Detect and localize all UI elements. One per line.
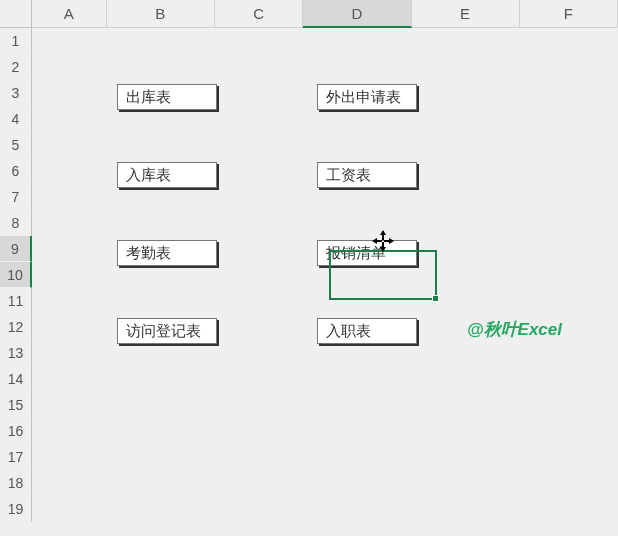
column-header-f[interactable]: F xyxy=(520,0,618,28)
nav-button-attendance[interactable]: 考勤表 xyxy=(117,240,217,266)
column-header-e[interactable]: E xyxy=(412,0,520,28)
watermark-text: @秋叶Excel xyxy=(467,318,562,341)
row-header-14[interactable]: 14 xyxy=(0,366,32,392)
row-header-15[interactable]: 15 xyxy=(0,392,32,418)
nav-button-inbound[interactable]: 入库表 xyxy=(117,162,217,188)
svg-marker-0 xyxy=(380,230,386,240)
row-header-19[interactable]: 19 xyxy=(0,496,32,522)
nav-button-payroll[interactable]: 工资表 xyxy=(317,162,417,188)
nav-button-outbound[interactable]: 出库表 xyxy=(117,84,217,110)
row-header-12[interactable]: 12 xyxy=(0,314,32,340)
row-header-2[interactable]: 2 xyxy=(0,54,32,80)
row-header-18[interactable]: 18 xyxy=(0,470,32,496)
column-header-c[interactable]: C xyxy=(215,0,303,28)
button-label: 考勤表 xyxy=(126,244,171,263)
button-label: 报销清单 xyxy=(326,244,386,263)
column-headers: ABCDEF xyxy=(32,0,618,28)
grid-body[interactable]: 出库表 入库表 考勤表 访问登记表 外出申请表 工资表 报销清单 入职表 @秋叶… xyxy=(32,28,618,536)
button-label: 入职表 xyxy=(326,322,371,341)
button-label: 工资表 xyxy=(326,166,371,185)
button-label: 出库表 xyxy=(126,88,171,107)
row-header-16[interactable]: 16 xyxy=(0,418,32,444)
row-header-4[interactable]: 4 xyxy=(0,106,32,132)
button-label: 访问登记表 xyxy=(126,322,201,341)
row-header-1[interactable]: 1 xyxy=(0,28,32,54)
row-header-10[interactable]: 10 xyxy=(0,262,32,288)
row-headers: 12345678910111213141516171819 xyxy=(0,28,32,522)
column-header-d[interactable]: D xyxy=(303,0,411,28)
row-header-5[interactable]: 5 xyxy=(0,132,32,158)
row-header-8[interactable]: 8 xyxy=(0,210,32,236)
row-header-9[interactable]: 9 xyxy=(0,236,32,262)
row-header-7[interactable]: 7 xyxy=(0,184,32,210)
nav-button-reimbursement[interactable]: 报销清单 xyxy=(317,240,417,266)
row-header-6[interactable]: 6 xyxy=(0,158,32,184)
nav-button-outing-request[interactable]: 外出申请表 xyxy=(317,84,417,110)
row-header-11[interactable]: 11 xyxy=(0,288,32,314)
nav-button-visitor-log[interactable]: 访问登记表 xyxy=(117,318,217,344)
column-header-a[interactable]: A xyxy=(32,0,107,28)
select-all-corner[interactable] xyxy=(0,0,32,28)
column-header-b[interactable]: B xyxy=(107,0,215,28)
row-header-17[interactable]: 17 xyxy=(0,444,32,470)
nav-button-onboarding[interactable]: 入职表 xyxy=(317,318,417,344)
button-label: 外出申请表 xyxy=(326,88,401,107)
row-header-3[interactable]: 3 xyxy=(0,80,32,106)
fill-handle[interactable] xyxy=(432,295,439,302)
row-header-13[interactable]: 13 xyxy=(0,340,32,366)
button-label: 入库表 xyxy=(126,166,171,185)
worksheet[interactable]: ABCDEF 12345678910111213141516171819 出库表… xyxy=(0,0,618,536)
